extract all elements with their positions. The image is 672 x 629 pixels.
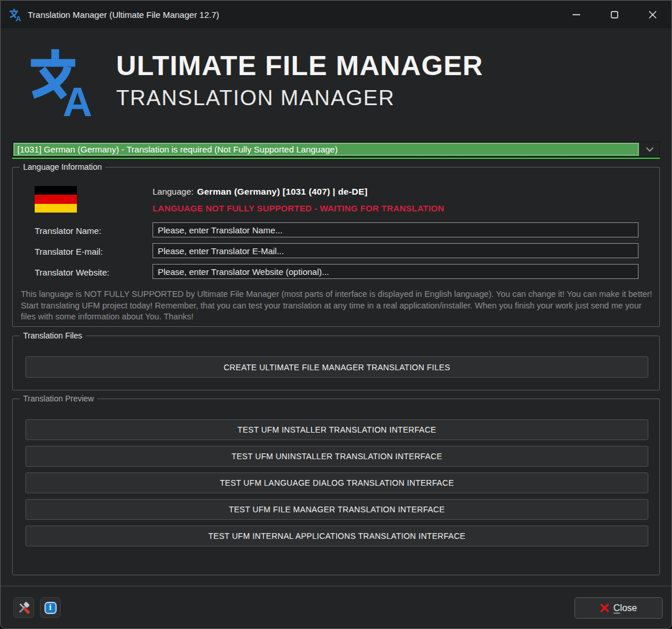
test-language-dialog-translation-button[interactable]: TEST UFM LANGUAGE DIALOG TRANSLATION INT… xyxy=(25,472,648,493)
window-title: Translation Manager (Ultimate File Manag… xyxy=(28,10,219,20)
app-subtitle: TRANSLATION MANAGER xyxy=(116,86,483,110)
translator-name-label: Translator Name: xyxy=(35,226,101,236)
window-controls xyxy=(557,1,671,28)
close-icon xyxy=(649,11,656,18)
header: ULTIMATE FILE MANAGER TRANSLATION MANAGE… xyxy=(1,28,671,133)
minimize-button[interactable] xyxy=(557,1,595,28)
test-file-manager-translation-button[interactable]: TEST UFM FILE MANAGER TRANSLATION INTERF… xyxy=(25,499,648,520)
translator-email-label: Translator E-mail: xyxy=(35,247,103,256)
translator-email-input[interactable] xyxy=(153,243,638,258)
language-description-text: This language is NOT FULLY SUPPORTED by … xyxy=(21,289,654,323)
translator-website-input[interactable] xyxy=(153,264,638,279)
app-window: Translation Manager (Ultimate File Manag… xyxy=(0,0,672,629)
translator-website-label: Translator Website: xyxy=(35,267,109,277)
app-title: ULTIMATE FILE MANAGER xyxy=(116,51,483,80)
titlebar: Translation Manager (Ultimate File Manag… xyxy=(1,1,671,28)
minimize-icon xyxy=(573,11,580,18)
group-label-translation-preview: Translation Preview xyxy=(20,394,97,404)
language-label: Language: xyxy=(153,187,194,196)
language-status-warning: LANGUAGE NOT FULLY SUPPORTED - WAITING F… xyxy=(153,203,444,213)
footer: i Close xyxy=(1,586,671,629)
group-label-translation-files: Translation Files xyxy=(20,331,86,341)
maximize-icon xyxy=(611,11,618,18)
test-uninstaller-translation-button[interactable]: TEST UFM UNINSTALLER TRANSLATION INTERFA… xyxy=(25,446,648,467)
tools-icon xyxy=(17,601,31,615)
translate-icon xyxy=(8,8,21,21)
group-translation-preview: Translation Preview TEST UFM INSTALLER T… xyxy=(12,399,660,575)
language-line: Language:German (Germany) [1031 (407) | … xyxy=(153,187,367,197)
close-window-button[interactable] xyxy=(633,1,671,28)
combo-dropdown-button[interactable] xyxy=(640,142,659,157)
translator-name-input[interactable] xyxy=(153,222,638,237)
group-language-information: Language Information Language:German (Ge… xyxy=(12,167,660,327)
info-button[interactable]: i xyxy=(40,597,61,618)
close-button[interactable]: Close xyxy=(574,597,663,619)
selected-language-text: [1031] German (Germany) - Translation is… xyxy=(13,143,639,156)
language-value: German (Germany) [1031 (407) | de-DE] xyxy=(197,187,367,196)
red-x-icon xyxy=(600,604,609,612)
language-combobox[interactable]: [1031] German (Germany) - Translation is… xyxy=(12,142,660,157)
language-selector: [1031] German (Germany) - Translation is… xyxy=(12,142,660,159)
maximize-button[interactable] xyxy=(595,1,633,28)
combo-green-underline xyxy=(12,158,660,159)
test-internal-apps-translation-button[interactable]: TEST UFM INTERNAL APPLICATIONS TRANSLATI… xyxy=(25,526,648,546)
close-label: Close xyxy=(614,603,637,613)
info-icon: i xyxy=(44,602,57,614)
group-translation-files: Translation Files CREATE ULTIMATE FILE M… xyxy=(12,336,660,390)
german-flag xyxy=(35,186,77,213)
tools-button[interactable] xyxy=(13,597,34,618)
chevron-down-icon xyxy=(646,144,654,152)
create-translation-files-button[interactable]: CREATE ULTIMATE FILE MANAGER TRANSLATION… xyxy=(25,356,648,378)
group-label-language-information: Language Information xyxy=(20,162,105,172)
translate-logo-icon xyxy=(23,46,94,116)
test-installer-translation-button[interactable]: TEST UFM INSTALLER TRANSLATION INTERFACE xyxy=(25,419,648,440)
